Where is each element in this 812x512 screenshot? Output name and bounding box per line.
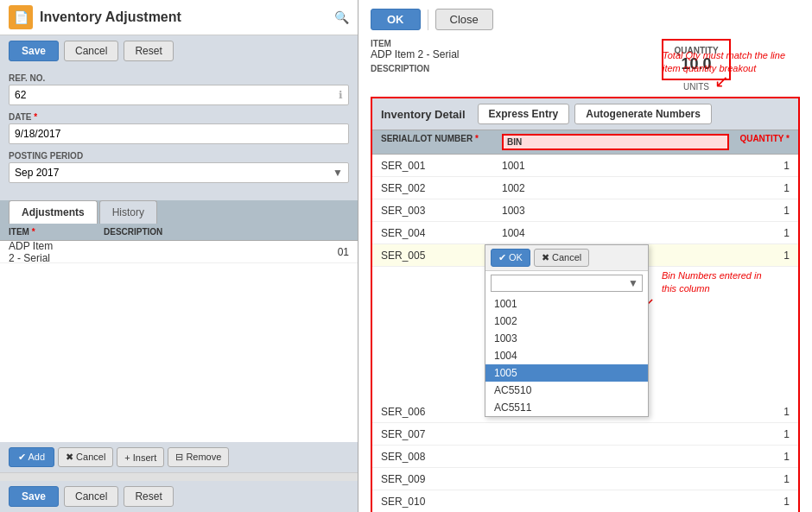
top-toolbar: Save Cancel Reset <box>0 35 358 66</box>
left-panel: 📄 Inventory Adjustment 🔍 Save Cancel Res… <box>0 0 358 512</box>
bin-3: 1003 <box>502 205 729 217</box>
inv-table-header: SERIAL/LOT NUMBER * BIN QUANTITY * <box>372 130 798 155</box>
inv-row-9[interactable]: SER_009 1 <box>372 468 798 490</box>
chevron-down-icon: ▼ <box>333 167 343 179</box>
inv-row-8[interactable]: SER_008 1 <box>372 446 798 468</box>
dropdown-search-input[interactable] <box>495 277 626 289</box>
insert-button[interactable]: + Insert <box>117 447 164 467</box>
qty-2: 1 <box>729 182 790 194</box>
inv-row-10[interactable]: SER_010 1 <box>372 490 798 512</box>
date-required-star: * <box>34 112 37 122</box>
bin-1: 1001 <box>502 160 729 172</box>
inventory-detail-box: Inventory Detail Express Entry Autogener… <box>371 97 800 512</box>
date-input[interactable] <box>15 128 343 140</box>
col-num-header <box>314 227 349 237</box>
bottom-cancel-button[interactable]: Cancel <box>64 486 118 507</box>
dropdown-header: ✔ OK ✖ Cancel <box>485 245 648 271</box>
bin-col-header: BIN <box>502 134 729 150</box>
qty-arrow-icon: ↙ <box>714 71 729 92</box>
table-header-row: ITEM * DESCRIPTION <box>0 224 358 241</box>
col-description-header: DESCRIPTION <box>104 227 314 237</box>
col-item-header: ITEM * <box>9 227 104 237</box>
dropdown-chevron-icon: ▼ <box>628 277 638 289</box>
info-icon[interactable]: ℹ <box>339 89 343 101</box>
qty-8: 1 <box>729 451 790 463</box>
ref-field-group: REF. NO. ℹ <box>9 73 349 105</box>
table-row[interactable]: ADP Item2 - Serial 01 <box>0 241 358 263</box>
inventory-detail-header: Inventory Detail Express Entry Autogener… <box>372 98 798 130</box>
dropdown-option-1004[interactable]: 1004 <box>485 347 648 364</box>
inv-row-2[interactable]: SER_002 1002 1 <box>372 177 798 199</box>
tab-history[interactable]: History <box>99 200 157 224</box>
tab-adjustments[interactable]: Adjustments <box>9 200 98 224</box>
dropdown-option-1005[interactable]: 1005 <box>485 364 648 382</box>
dropdown-option-ac5510[interactable]: AC5510 <box>485 382 648 399</box>
inv-row-5[interactable]: SER_005 ✔ OK ✖ Cancel ▼ <box>372 244 798 267</box>
serial-5: SER_005 <box>381 250 502 262</box>
ref-input[interactable] <box>15 89 339 101</box>
dropdown-option-1001[interactable]: 1001 <box>485 295 648 313</box>
cell-item: ADP Item2 - Serial <box>9 240 104 264</box>
dropdown-option-ac5511[interactable]: AC5511 <box>485 399 648 416</box>
serial-8: SER_008 <box>381 451 502 463</box>
bottom-save-button[interactable]: Save <box>9 486 59 507</box>
qty-1: 1 <box>729 160 790 172</box>
qty-7: 1 <box>729 428 790 440</box>
express-entry-button[interactable]: Express Entry <box>478 104 570 124</box>
adjustments-table: ITEM * DESCRIPTION ADP Item2 - Serial 01 <box>0 224 358 442</box>
ref-input-wrapper: ℹ <box>9 85 349 105</box>
form-section: REF. NO. ℹ DATE * POSTING PERIOD Sep 201… <box>0 66 358 197</box>
posting-period-dropdown[interactable]: Sep 2017 ▼ <box>9 162 349 183</box>
dropdown-search-wrapper: ▼ <box>491 275 643 292</box>
row-toolbar: ✔ Add ✖ Cancel + Insert ⊟ Remove <box>0 442 358 472</box>
dropdown-cancel-button[interactable]: ✖ Cancel <box>534 249 589 267</box>
right-section: Inventory Detail Express Entry Autogener… <box>371 97 800 512</box>
posting-period-field-group: POSTING PERIOD Sep 2017 ▼ <box>9 151 349 183</box>
cancel-button[interactable]: Cancel <box>64 41 118 61</box>
serial-10: SER_010 <box>381 496 502 508</box>
inv-row-4[interactable]: SER_004 1004 1 <box>372 222 798 244</box>
bin-2: 1002 <box>502 182 729 194</box>
posting-period-value: Sep 2017 <box>15 167 59 179</box>
page-header: 📄 Inventory Adjustment 🔍 <box>0 0 358 35</box>
row-cancel-button[interactable]: ✖ Cancel <box>58 447 113 467</box>
search-icon[interactable]: 🔍 <box>334 10 349 24</box>
ok-button[interactable]: OK <box>371 9 421 30</box>
item-info-left: ITEM ADP Item 2 - Serial DESCRIPTION <box>371 39 662 73</box>
dropdown-option-1003[interactable]: 1003 <box>485 330 648 347</box>
inv-row-7[interactable]: SER_007 1 <box>372 423 798 446</box>
tabs-header: Adjustments History <box>0 200 358 224</box>
serial-4: SER_004 <box>381 227 502 239</box>
posting-period-label: POSTING PERIOD <box>9 151 349 161</box>
doc-icon: 📄 <box>9 5 33 29</box>
inv-row-3[interactable]: SER_003 1003 1 <box>372 199 798 222</box>
ref-label: REF. NO. <box>9 73 349 83</box>
inv-table-body: SER_001 1001 1 SER_002 1002 1 SER_003 10… <box>372 155 798 512</box>
reset-button[interactable]: Reset <box>124 41 173 61</box>
description-label: DESCRIPTION <box>371 64 662 73</box>
page-title: Inventory Adjustment <box>40 9 327 25</box>
bin-annotation: Bin Numbers entered in this column <box>662 269 774 296</box>
add-button[interactable]: ✔ Add <box>9 447 54 467</box>
date-field-group: DATE * <box>9 112 349 144</box>
item-value: ADP Item 2 - Serial <box>371 48 662 60</box>
serial-6: SER_006 <box>381 406 502 418</box>
serial-7: SER_007 <box>381 428 502 440</box>
bin-4: 1004 <box>502 227 729 239</box>
bottom-reset-button[interactable]: Reset <box>124 486 173 507</box>
dropdown-list: 1001 1002 1003 1004 1005 AC5510 AC5511 <box>485 295 648 416</box>
autogenerate-button[interactable]: Autogenerate Numbers <box>574 104 712 124</box>
serial-1: SER_001 <box>381 160 502 172</box>
serial-2: SER_002 <box>381 182 502 194</box>
date-label: DATE * <box>9 112 349 122</box>
dropdown-ok-button[interactable]: ✔ OK <box>491 249 530 267</box>
qty-6: 1 <box>729 406 790 418</box>
dropdown-option-1002[interactable]: 1002 <box>485 313 648 330</box>
remove-button[interactable]: ⊟ Remove <box>168 447 229 467</box>
units-label: UNITS <box>683 82 709 92</box>
horizontal-scrollbar[interactable] <box>0 472 358 481</box>
close-button[interactable]: Close <box>435 9 493 30</box>
inv-row-1[interactable]: SER_001 1001 1 <box>372 155 798 177</box>
save-button[interactable]: Save <box>9 41 59 61</box>
qty-4: 1 <box>729 227 790 239</box>
